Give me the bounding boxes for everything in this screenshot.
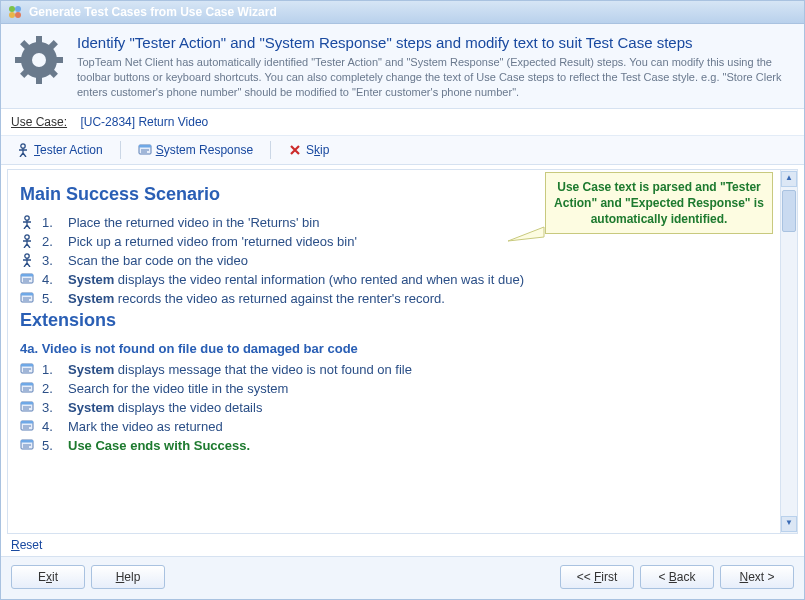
actor-icon xyxy=(20,253,34,267)
title-bar: Generate Test Cases from Use Case Wizard xyxy=(1,1,804,24)
svg-point-21 xyxy=(25,253,29,257)
step-text: System displays message that the video i… xyxy=(68,362,412,377)
banner-text: Identify "Tester Action" and "System Res… xyxy=(77,34,792,100)
step-number: 3. xyxy=(42,400,60,415)
footer: Exit Help << First < Back Next > xyxy=(1,556,804,599)
system-response-button[interactable]: System Response xyxy=(131,140,260,160)
step-number: 1. xyxy=(42,362,60,377)
wizard-window: { "window": { "title": "Generate Test Ca… xyxy=(0,0,805,600)
svg-point-3 xyxy=(15,12,21,18)
help-button[interactable]: Help xyxy=(91,565,165,589)
step-text: System records the video as returned aga… xyxy=(68,291,445,306)
svg-point-20 xyxy=(25,234,29,238)
step-number: 1. xyxy=(42,215,60,230)
svg-rect-31 xyxy=(21,364,33,367)
step-row[interactable]: 3.System displays the video details xyxy=(20,400,771,415)
system-icon xyxy=(138,143,152,157)
scroll-up-arrow[interactable]: ▲ xyxy=(781,171,797,187)
svg-rect-27 xyxy=(21,293,33,296)
step-text: Pick up a returned video from 'returned … xyxy=(68,234,357,249)
tester-action-button[interactable]: Tester Action xyxy=(9,140,110,160)
back-button[interactable]: < Back xyxy=(640,565,714,589)
step-row[interactable]: 4.Mark the video as returned xyxy=(20,419,771,434)
step-row[interactable]: 2.Search for the video title in the syst… xyxy=(20,381,771,396)
step-text: Place the returned video in the 'Returns… xyxy=(68,215,319,230)
step-number: 3. xyxy=(42,253,60,268)
svg-rect-35 xyxy=(21,383,33,386)
first-button[interactable]: << First xyxy=(560,565,634,589)
svg-rect-47 xyxy=(21,440,33,443)
reset-row: Reset xyxy=(1,536,804,556)
actor-icon xyxy=(20,215,34,229)
usecase-value: [UC-2834] Return Video xyxy=(80,115,208,129)
svg-point-19 xyxy=(25,215,29,219)
step-text: Mark the video as returned xyxy=(68,419,223,434)
app-icon xyxy=(7,4,23,20)
banner: Identify "Tester Action" and "System Res… xyxy=(1,24,804,109)
system-icon xyxy=(20,381,34,395)
content-area: Use Case text is parsed and "Tester Acti… xyxy=(7,169,798,534)
step-text: Search for the video title in the system xyxy=(68,381,288,396)
svg-rect-23 xyxy=(21,274,33,277)
step-row[interactable]: 1.System displays message that the video… xyxy=(20,362,771,377)
toolbar-separator xyxy=(120,141,121,159)
system-icon xyxy=(20,419,34,433)
step-number: 2. xyxy=(42,381,60,396)
reset-link[interactable]: Reset xyxy=(11,538,42,552)
system-icon xyxy=(20,291,34,305)
svg-point-13 xyxy=(32,53,46,67)
banner-heading: Identify "Tester Action" and "System Res… xyxy=(77,34,792,51)
step-row[interactable]: 5.Use Case ends with Success. xyxy=(20,438,771,453)
vertical-scrollbar[interactable]: ▲ ▼ xyxy=(780,170,797,533)
step-text: System displays the video details xyxy=(68,400,262,415)
step-number: 2. xyxy=(42,234,60,249)
step-number: 4. xyxy=(42,419,60,434)
system-icon xyxy=(20,438,34,452)
step-row[interactable]: 2.Pick up a returned video from 'returne… xyxy=(20,234,771,249)
svg-rect-8 xyxy=(53,57,63,63)
svg-rect-43 xyxy=(21,421,33,424)
system-icon xyxy=(20,362,34,376)
step-text: System displays the video rental informa… xyxy=(68,272,524,287)
system-icon xyxy=(20,272,34,286)
gear-icon xyxy=(13,34,65,86)
scroll-down-arrow[interactable]: ▼ xyxy=(781,516,797,532)
skip-icon xyxy=(288,143,302,157)
step-row[interactable]: 5.System records the video as returned a… xyxy=(20,291,771,306)
svg-point-0 xyxy=(9,6,15,12)
svg-point-1 xyxy=(15,6,21,12)
usecase-label: Use Case: xyxy=(11,115,67,129)
svg-rect-5 xyxy=(36,36,42,46)
svg-rect-16 xyxy=(139,145,151,148)
system-icon xyxy=(20,400,34,414)
exit-button[interactable]: Exit xyxy=(11,565,85,589)
step-row[interactable]: 3.Scan the bar code on the video xyxy=(20,253,771,268)
callout-tooltip: Use Case text is parsed and "Tester Acti… xyxy=(545,172,773,235)
svg-rect-39 xyxy=(21,402,33,405)
toolbar-separator xyxy=(270,141,271,159)
step-number: 4. xyxy=(42,272,60,287)
step-row[interactable]: 4.System displays the video rental infor… xyxy=(20,272,771,287)
actor-icon xyxy=(16,143,30,157)
banner-desc: TopTeam Net Client has automatically ide… xyxy=(77,55,792,100)
step-number: 5. xyxy=(42,438,60,453)
toolbar: Tester Action System Response Skip xyxy=(1,136,804,165)
step-text: Scan the bar code on the video xyxy=(68,253,248,268)
extension-group-title: 4a. Video is not found on file due to da… xyxy=(20,341,771,356)
step-text: Use Case ends with Success. xyxy=(68,438,250,453)
extensions-heading: Extensions xyxy=(20,310,771,331)
svg-point-2 xyxy=(9,12,15,18)
usecase-row: Use Case: [UC-2834] Return Video xyxy=(1,109,804,136)
step-number: 5. xyxy=(42,291,60,306)
actor-icon xyxy=(20,234,34,248)
svg-rect-7 xyxy=(15,57,25,63)
scroll-thumb[interactable] xyxy=(782,190,796,232)
svg-rect-6 xyxy=(36,74,42,84)
next-button[interactable]: Next > xyxy=(720,565,794,589)
skip-button[interactable]: Skip xyxy=(281,140,336,160)
svg-point-14 xyxy=(21,143,25,147)
window-title: Generate Test Cases from Use Case Wizard xyxy=(29,5,277,19)
